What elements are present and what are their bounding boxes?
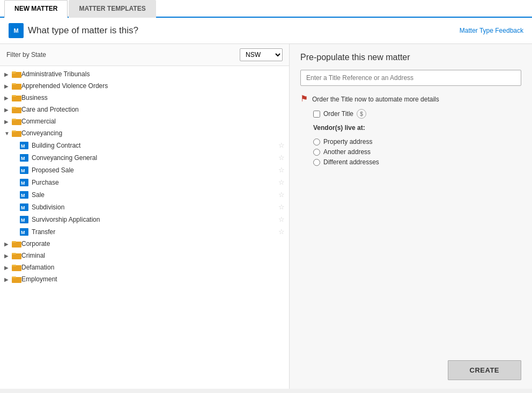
main-layout: Filter by State NSW VIC QLD SA WA TAS NT… <box>0 44 532 389</box>
star-icon[interactable]: ☆ <box>278 166 285 174</box>
order-title-label: Order the Title now to automate more det… <box>312 96 439 103</box>
folder-icon <box>12 70 21 78</box>
title-search-input[interactable] <box>300 70 521 86</box>
feedback-link[interactable]: Matter Type Feedback <box>460 27 523 34</box>
star-icon[interactable]: ☆ <box>278 154 285 162</box>
header-row: M What type of matter is this? Matter Ty… <box>0 18 532 44</box>
tree-label: Care and Protection <box>21 106 285 113</box>
tree-label: Administrative Tribunals <box>21 70 285 78</box>
dollar-badge: $ <box>357 109 366 119</box>
star-icon[interactable]: ☆ <box>278 178 285 186</box>
state-select[interactable]: NSW VIC QLD SA WA TAS NT ACT <box>240 48 283 61</box>
tree-item-admin-trib[interactable]: ▶ Administrative Tribunals <box>0 68 289 80</box>
star-icon[interactable]: ☆ <box>278 203 285 211</box>
svg-rect-6 <box>12 95 16 97</box>
folder-icon <box>12 82 21 90</box>
svg-rect-36 <box>12 276 16 278</box>
star-icon[interactable]: ☆ <box>278 215 285 223</box>
expand-arrow: ▶ <box>4 253 12 259</box>
tab-matter-templates[interactable]: MATTER TEMPLATES <box>69 0 156 18</box>
order-section: ⚑ Order the Title now to automate more d… <box>300 94 521 166</box>
tree-label: Commercial <box>21 118 285 125</box>
order-title-checkbox[interactable] <box>313 111 320 118</box>
sub-item-subdivision[interactable]: M Subdivision ☆ <box>0 201 289 213</box>
expand-arrow: ▶ <box>4 71 12 77</box>
m-badge-icon: M <box>19 216 29 223</box>
star-icon[interactable]: ☆ <box>278 228 285 236</box>
tree-item-business[interactable]: ▶ Business <box>0 92 289 104</box>
tree-item-apprehended[interactable]: ▶ Apprehended Violence Orders <box>0 80 289 92</box>
m-badge-icon: M <box>19 166 29 174</box>
m-badge-icon: M <box>19 154 29 162</box>
tree-label: Subdivision <box>32 203 278 211</box>
svg-rect-34 <box>12 265 16 266</box>
star-icon[interactable]: ☆ <box>278 191 285 199</box>
tabs-bar: NEW MATTER MATTER TEMPLATES <box>0 0 532 18</box>
svg-text:M: M <box>21 143 25 149</box>
order-title-row: ⚑ Order the Title now to automate more d… <box>300 94 521 104</box>
tree-label: Survivorship Application <box>32 216 278 223</box>
folder-icon <box>12 129 21 137</box>
expand-arrow: ▶ <box>4 276 12 282</box>
order-title-checkbox-label: Order Title <box>323 110 353 118</box>
tree-label: Business <box>21 94 285 101</box>
star-icon[interactable]: ☆ <box>278 141 285 149</box>
tree-item-conveyancing[interactable]: ▼ Conveyancing <box>0 127 289 139</box>
folder-icon <box>12 106 21 113</box>
matter-icon: M <box>9 23 24 38</box>
folder-icon <box>12 118 21 125</box>
tree-label: Sale <box>32 191 278 199</box>
tree-item-care[interactable]: ▶ Care and Protection <box>0 104 289 115</box>
sub-item-sale[interactable]: M Sale ☆ <box>0 188 289 201</box>
radio-label: Property address <box>323 138 372 145</box>
radio-another-address[interactable] <box>313 149 320 156</box>
header-left: M What type of matter is this? <box>9 23 138 38</box>
tree-container[interactable]: ▶ Administrative Tribunals ▶ Apprehended… <box>0 66 289 389</box>
svg-text:M: M <box>21 217 25 223</box>
svg-text:M: M <box>21 205 25 210</box>
svg-text:M: M <box>21 168 25 173</box>
bottom-bar: CREATE <box>300 166 521 380</box>
radio-label: Different addresses <box>323 158 379 166</box>
right-panel: Pre-populate this new matter ⚑ Order the… <box>290 44 532 389</box>
tree-item-criminal[interactable]: ▶ Criminal <box>0 250 289 261</box>
m-badge-icon: M <box>19 228 29 236</box>
panel-title: Pre-populate this new matter <box>300 53 521 62</box>
tree-label: Defamation <box>21 264 285 271</box>
svg-rect-2 <box>12 71 16 73</box>
checkbox-row: Order Title $ <box>300 109 521 119</box>
tree-label: Criminal <box>21 252 285 259</box>
folder-icon <box>12 240 21 248</box>
expand-arrow: ▶ <box>4 107 12 113</box>
tree-item-defamation[interactable]: ▶ Defamation <box>0 261 289 273</box>
tree-item-employment[interactable]: ▶ Employment <box>0 273 289 285</box>
radio-label: Another address <box>323 148 371 156</box>
tree-label: Purchase <box>32 179 278 186</box>
flag-icon: ⚑ <box>300 93 308 104</box>
sub-item-conveyancing-general[interactable]: M Conveyancing General ☆ <box>0 151 289 164</box>
tree-item-commercial[interactable]: ▶ Commercial <box>0 115 289 127</box>
create-button[interactable]: CREATE <box>448 360 521 380</box>
svg-text:M: M <box>21 156 25 161</box>
m-badge-icon: M <box>19 142 29 149</box>
left-panel: Filter by State NSW VIC QLD SA WA TAS NT… <box>0 44 290 389</box>
sub-item-purchase[interactable]: M Purchase ☆ <box>0 176 289 188</box>
svg-text:M: M <box>21 193 25 198</box>
sub-item-survivorship[interactable]: M Survivorship Application ☆ <box>0 213 289 225</box>
tree-item-corporate[interactable]: ▶ Corporate <box>0 238 289 250</box>
tab-new-matter[interactable]: NEW MATTER <box>4 0 68 18</box>
sub-item-building-contract[interactable]: M Building Contract ☆ <box>0 139 289 151</box>
radio-property-address[interactable] <box>313 139 320 145</box>
tree-label: Proposed Sale <box>32 166 278 174</box>
radio-row-property: Property address <box>313 138 521 145</box>
radio-row-different: Different addresses <box>313 158 521 166</box>
expand-arrow: ▶ <box>4 265 12 271</box>
filter-label: Filter by State <box>6 51 46 59</box>
sub-item-transfer[interactable]: M Transfer ☆ <box>0 225 289 238</box>
svg-rect-10 <box>12 119 16 120</box>
vendors-label: Vendor(s) live at: <box>300 124 521 132</box>
page-title: What type of matter is this? <box>28 25 138 36</box>
sub-item-proposed-sale[interactable]: M Proposed Sale ☆ <box>0 164 289 176</box>
radio-different-addresses[interactable] <box>313 159 320 166</box>
svg-rect-30 <box>12 241 16 243</box>
